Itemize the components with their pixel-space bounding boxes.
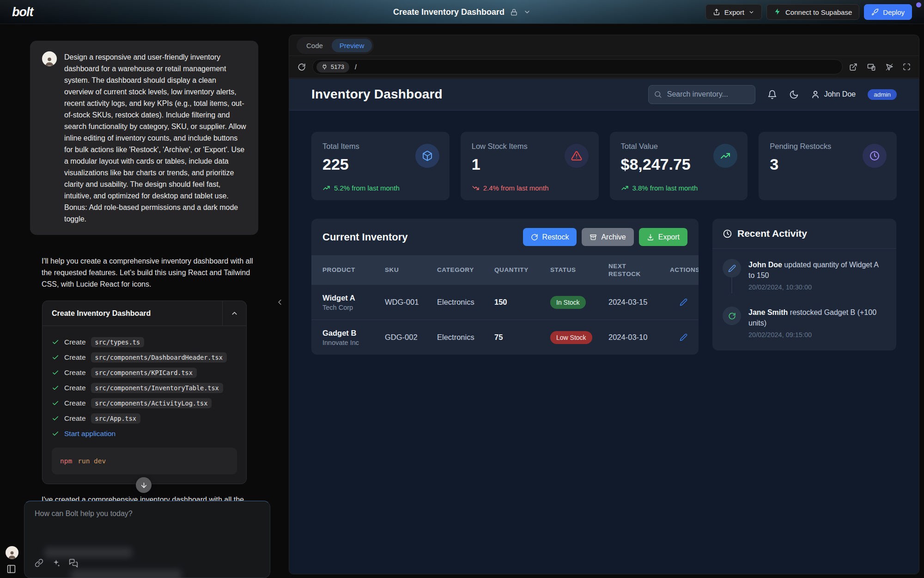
responsive-devices-icon[interactable] bbox=[867, 63, 876, 71]
file-chip[interactable]: src/components/InventoryTable.tsx bbox=[91, 383, 223, 393]
reload-icon[interactable] bbox=[298, 63, 306, 71]
deploy-button[interactable]: Deploy bbox=[864, 4, 912, 20]
kpi-trend-text: 2.4% from last month bbox=[483, 184, 549, 192]
column-status: Status bbox=[550, 266, 608, 274]
open-external-icon[interactable] bbox=[849, 63, 857, 71]
check-icon bbox=[52, 354, 59, 361]
port-chip[interactable]: 5173 bbox=[316, 61, 349, 73]
assistant-intro: I'll help you create a comprehensive inv… bbox=[42, 255, 261, 290]
url-path: / bbox=[355, 63, 357, 71]
dashboard-header: Inventory Dashboard John Doe admin bbox=[289, 79, 919, 111]
table-row: Gadget B Innovate Inc GDG-002 Electronic… bbox=[311, 320, 699, 355]
restock-button[interactable]: Restock bbox=[523, 228, 577, 246]
kpi-card-low-stock: Low Stock Items 1 2.4% from last month bbox=[461, 132, 599, 200]
file-chip[interactable]: src/components/DashboardHeader.tsx bbox=[91, 352, 227, 363]
account-avatar[interactable] bbox=[6, 546, 18, 559]
archive-button[interactable]: Archive bbox=[582, 228, 633, 246]
attach-link-icon[interactable] bbox=[35, 559, 43, 569]
redacted-text bbox=[44, 547, 132, 558]
search-input[interactable] bbox=[648, 85, 755, 104]
trend-up-icon bbox=[621, 184, 629, 192]
bell-icon[interactable] bbox=[767, 90, 777, 99]
chevron-down-icon[interactable] bbox=[523, 8, 531, 16]
search-box bbox=[648, 85, 755, 104]
export-data-button[interactable]: Export bbox=[639, 228, 687, 246]
artifact-step-start: Start application bbox=[52, 426, 237, 441]
address-field[interactable]: 5173 / bbox=[312, 59, 843, 74]
chat-bubbles-icon[interactable] bbox=[69, 559, 78, 569]
column-next-restock: Next Restock bbox=[608, 262, 641, 278]
pencil-icon bbox=[723, 259, 741, 277]
file-chip[interactable]: src/types.ts bbox=[91, 337, 145, 347]
chevron-down-icon bbox=[748, 9, 754, 15]
timeline-connector bbox=[731, 277, 732, 293]
activity-text: Jane Smith restocked Gadget B (+100 unit… bbox=[748, 307, 886, 328]
artifact-step: Create src/App.tsx bbox=[52, 411, 237, 426]
file-chip[interactable]: src/components/KPICard.tsx bbox=[91, 368, 197, 378]
dashboard-title: Inventory Dashboard bbox=[311, 87, 443, 102]
cell-category: Electronics bbox=[437, 298, 494, 307]
column-product: Product bbox=[322, 266, 385, 274]
inventory-panel: Current Inventory Restock Archive Exp bbox=[311, 219, 699, 355]
activity-text: John Doe updated quantity of Widget A to… bbox=[748, 259, 886, 281]
recent-activity-panel: Recent Activity John Doe updated quantit… bbox=[712, 219, 896, 350]
inventory-header: Current Inventory Restock Archive Exp bbox=[311, 219, 699, 255]
supabase-label: Connect to Supabase bbox=[785, 8, 852, 16]
bulk-actions: Restock Archive Export bbox=[523, 228, 687, 246]
archive-icon bbox=[590, 234, 597, 241]
check-icon bbox=[52, 415, 59, 422]
step-action: Create bbox=[64, 384, 86, 392]
edit-row-button[interactable] bbox=[680, 298, 687, 306]
file-chip[interactable]: src/components/ActivityLog.tsx bbox=[91, 398, 212, 408]
collapse-button[interactable] bbox=[222, 301, 246, 326]
start-application-link[interactable]: Start application bbox=[64, 430, 116, 438]
dark-mode-toggle-icon[interactable] bbox=[789, 90, 799, 99]
kpi-trend: 5.2% from last month bbox=[322, 184, 400, 192]
export-button[interactable]: Export bbox=[705, 4, 762, 20]
deploy-label: Deploy bbox=[883, 8, 905, 16]
activity-timestamp: 20/02/2024, 10:30:00 bbox=[748, 283, 886, 291]
product-name: Gadget B bbox=[322, 329, 385, 338]
trending-up-icon bbox=[713, 144, 737, 168]
fullscreen-icon[interactable] bbox=[903, 63, 911, 71]
file-chip[interactable]: src/App.tsx bbox=[91, 413, 140, 424]
clock-icon bbox=[723, 229, 732, 239]
tab-preview[interactable]: Preview bbox=[332, 39, 372, 52]
lock-icon bbox=[510, 8, 518, 16]
cell-quantity[interactable]: 150 bbox=[494, 298, 550, 307]
kpi-cards: Total Items 225 5.2% from last month Low… bbox=[289, 111, 919, 200]
kpi-card-total-value: Total Value $8,247.75 3.8% from last mon… bbox=[610, 132, 748, 200]
connect-supabase-button[interactable]: Connect to Supabase bbox=[766, 4, 859, 20]
cell-sku: GDG-002 bbox=[385, 333, 437, 342]
check-icon bbox=[52, 430, 59, 437]
collapse-sidebar-chevron[interactable] bbox=[275, 298, 284, 307]
sidebar-toggle-icon[interactable] bbox=[6, 564, 16, 574]
artifact-step: Create src/components/DashboardHeader.ts… bbox=[52, 350, 237, 365]
column-quantity: Quantity bbox=[494, 266, 550, 274]
chat-input[interactable] bbox=[35, 510, 260, 537]
user-avatar bbox=[42, 51, 57, 66]
command-args: run dev bbox=[78, 457, 106, 465]
cell-quantity[interactable]: 75 bbox=[494, 333, 550, 342]
edit-row-button[interactable] bbox=[680, 333, 687, 341]
activity-header: Recent Activity bbox=[712, 219, 896, 249]
activity-timestamp: 20/02/2024, 09:15:00 bbox=[748, 331, 886, 338]
download-icon bbox=[647, 234, 654, 241]
arrow-down-icon bbox=[140, 481, 148, 489]
activity-list: John Doe updated quantity of Widget A to… bbox=[712, 249, 896, 350]
step-action: Create bbox=[64, 399, 86, 407]
tab-code[interactable]: Code bbox=[298, 39, 331, 52]
search-icon bbox=[654, 90, 662, 98]
sparkles-icon[interactable] bbox=[52, 559, 61, 569]
port-number: 5173 bbox=[331, 63, 344, 70]
artifact-step: Create src/types.ts bbox=[52, 334, 237, 350]
artifact-step: Create src/components/KPICard.tsx bbox=[52, 365, 237, 380]
check-icon bbox=[52, 369, 59, 376]
step-action: Create bbox=[64, 338, 86, 346]
bolt-logo[interactable]: bolt bbox=[12, 5, 33, 19]
scroll-to-bottom-button[interactable] bbox=[136, 477, 152, 493]
column-actions: Actions bbox=[670, 266, 699, 274]
archive-label: Archive bbox=[601, 233, 626, 241]
inspector-cursor-icon[interactable] bbox=[885, 63, 894, 71]
user-menu[interactable]: John Doe bbox=[811, 90, 856, 99]
